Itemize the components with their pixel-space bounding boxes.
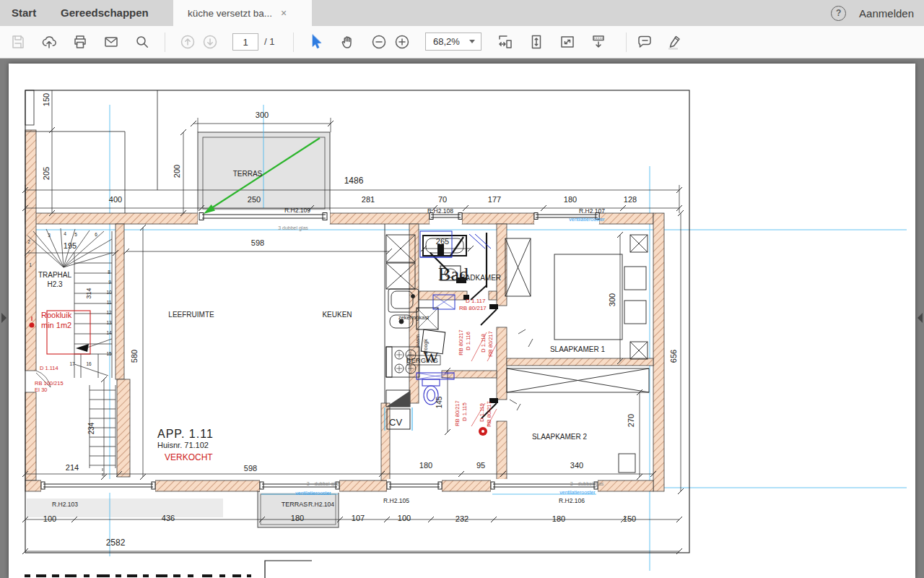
plan-text: 15 <box>106 351 112 356</box>
clipped-title-marks <box>25 561 312 578</box>
page-down-icon[interactable] <box>201 33 219 51</box>
fit-width-icon[interactable] <box>497 33 514 51</box>
right-panel-toggle-icon[interactable] <box>918 313 923 323</box>
plan-text: 10 <box>106 290 112 295</box>
plan-text: R.H2.109 <box>284 207 310 214</box>
floor-plan: 3001486400250281701771801285981952651502… <box>9 64 915 578</box>
left-panel-toggle-icon[interactable] <box>1 313 6 323</box>
plan-text: TERRAS <box>233 170 263 178</box>
plan-text: 3 <box>48 233 51 238</box>
plan-text: RB 80/217 <box>459 305 487 311</box>
plan-text: RB 80/217 <box>454 400 461 426</box>
plan-text: R.H2.104 <box>308 501 334 508</box>
plan-text: 14 <box>106 330 112 335</box>
zoom-in-icon[interactable] <box>393 33 411 51</box>
plan-text: D 1.119 <box>479 403 485 422</box>
scroll-mode-icon[interactable] <box>590 33 607 51</box>
sign-in-button[interactable]: Aanmelden <box>859 7 914 20</box>
plan-text: 436 <box>162 514 175 522</box>
print-icon[interactable] <box>71 33 89 51</box>
zoom-level-select[interactable]: 68,2% <box>425 33 481 51</box>
tab-bar: Start Gereedschappen küche versetzt ba..… <box>0 0 924 26</box>
red-annotations <box>30 316 497 436</box>
page-up-icon[interactable] <box>179 33 196 51</box>
plan-text: 270 <box>627 414 635 427</box>
plan-text: RB 80/217 <box>486 401 492 426</box>
plan-text: R.H2.108 <box>427 207 453 215</box>
save-icon[interactable] <box>9 33 27 51</box>
highlighter-icon[interactable] <box>666 33 683 51</box>
email-icon[interactable] <box>103 33 120 51</box>
plan-text: 13 <box>106 320 112 325</box>
plan-text: Rookluik <box>41 311 72 319</box>
close-icon[interactable]: × <box>281 8 287 18</box>
plan-text: 5 <box>74 232 77 237</box>
plan-text: min 1m2 <box>41 321 71 329</box>
plan-text: 16 <box>86 361 92 366</box>
tab-gereedschappen[interactable]: Gereedschappen <box>61 0 149 26</box>
plan-text: 580 <box>130 350 139 363</box>
plan-text: R.H2.103 <box>52 501 78 508</box>
plan-text: 3—dubbel glas <box>570 481 604 487</box>
plan-text: zekeringkast <box>398 314 430 321</box>
plan-text: 2582 <box>106 538 126 548</box>
plan-text: 281 <box>362 195 375 204</box>
plan-text: R.H2.107 <box>579 207 605 215</box>
plan-text: 180 <box>419 461 432 470</box>
plan-text: 234 <box>87 422 95 434</box>
actual-size-icon[interactable] <box>559 33 576 51</box>
plan-text: 300 <box>256 111 269 119</box>
plan-text: 6 <box>95 232 97 237</box>
hand-tool-icon[interactable] <box>339 33 357 51</box>
plan-text: RB 80/217 <box>458 329 464 355</box>
plan-text: 2 <box>27 239 30 244</box>
document-area: 3001486400250281701771801285981952651502… <box>0 59 924 578</box>
plan-text: 300 <box>608 293 616 306</box>
toolbar: / 1 68,2% <box>0 26 924 59</box>
plan-text: VERKOCHT <box>165 452 213 462</box>
plan-text: D 1.116 <box>465 332 471 350</box>
plan-text: 17 <box>69 361 75 366</box>
page-total-label: / 1 <box>264 33 274 51</box>
plan-text: 180 <box>564 195 577 204</box>
plan-text: D 1.117 <box>466 298 486 304</box>
plan-text: 150 <box>42 93 51 106</box>
help-icon[interactable]: ? <box>831 6 846 21</box>
plan-text: 265 <box>436 237 449 246</box>
tab-start[interactable]: Start <box>12 0 36 26</box>
plan-text: R.H2.106 <box>559 497 585 504</box>
plan-text: H2.3 <box>47 280 63 288</box>
plan-text: 180 <box>552 514 565 523</box>
plan-text: 9 <box>108 280 111 285</box>
plan-text: 340 <box>570 461 583 470</box>
plan-text: CV <box>389 417 402 428</box>
comment-icon[interactable] <box>636 33 653 51</box>
plan-text: 180 <box>291 514 304 522</box>
plan-text: LEEFRUIMTE <box>168 311 214 319</box>
upload-icon[interactable] <box>40 33 58 51</box>
page-number-input[interactable] <box>232 33 258 51</box>
select-tool-icon[interactable] <box>308 33 325 51</box>
plan-text: D 1.114 <box>40 365 58 371</box>
search-icon[interactable] <box>134 33 151 51</box>
plan-text: 95 <box>476 461 485 470</box>
plan-text: 232 <box>456 514 468 523</box>
plan-text: wasm <box>415 335 420 348</box>
fit-page-icon[interactable] <box>528 33 545 51</box>
plan-text: 314 <box>85 288 92 298</box>
plan-text: SLAAPKAMER 2 <box>532 433 588 441</box>
plan-text: 1486 <box>344 176 364 186</box>
plan-text: 214 <box>66 463 79 472</box>
plan-text: 128 <box>624 195 637 204</box>
chevron-down-icon <box>469 40 475 43</box>
document-tab[interactable]: küche versetzt ba... × <box>173 0 312 26</box>
plan-text: 3—dubbel glas <box>307 481 341 487</box>
plan-text: 177 <box>488 195 501 204</box>
plan-text: D 1.118 <box>480 334 487 353</box>
plan-text: 656 <box>669 350 678 363</box>
plan-text: droogk <box>423 339 429 355</box>
plan-text: 150 <box>623 514 636 523</box>
plan-text: 12 <box>106 310 112 315</box>
zoom-out-icon[interactable] <box>370 33 388 51</box>
plan-text: 100 <box>398 514 411 522</box>
